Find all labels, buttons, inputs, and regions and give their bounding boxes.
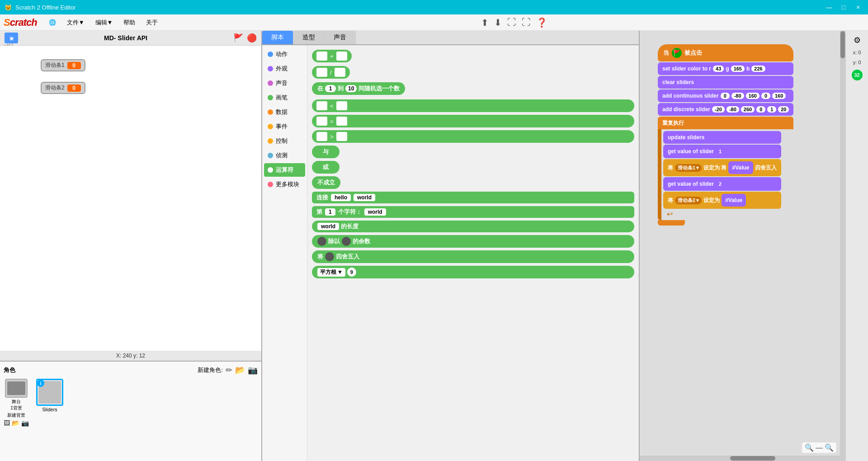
- maximize-button[interactable]: □: [838, 2, 849, 13]
- sqrt-input[interactable]: 9: [347, 268, 356, 277]
- b-value[interactable]: 226: [751, 66, 765, 72]
- tab-costume[interactable]: 造型: [293, 31, 325, 44]
- update-sliders-block[interactable]: update sliders: [663, 131, 781, 144]
- fullscreen-tool[interactable]: ⛶: [507, 17, 516, 28]
- sprite-info-button[interactable]: i: [37, 380, 44, 387]
- div-input1[interactable]: [316, 68, 327, 77]
- script-scrollbar[interactable]: [840, 31, 845, 461]
- length-block[interactable]: world 的长度: [312, 221, 634, 232]
- category-looks[interactable]: 外观: [264, 62, 305, 75]
- sqrt-block[interactable]: 平方根 ▼ 9: [312, 266, 634, 278]
- category-pen[interactable]: 画笔: [264, 91, 305, 104]
- category-sensing[interactable]: 侦测: [264, 149, 305, 162]
- disc-val6[interactable]: 20: [778, 106, 789, 113]
- set-var2-block[interactable]: 将 滑动条2 ▾ 设定为 #Value: [663, 192, 781, 209]
- less-input2[interactable]: [336, 101, 347, 110]
- stage-item[interactable]: 舞台1背景 新建背景 🖼 📂 📷: [4, 379, 29, 427]
- random-input1[interactable]: 1: [325, 85, 336, 92]
- add-input2[interactable]: [336, 52, 347, 61]
- disc-val5[interactable]: 1: [767, 106, 776, 113]
- get1-num[interactable]: 1: [716, 147, 725, 156]
- letter-block[interactable]: 第 1 个字符： world: [312, 206, 634, 218]
- category-events[interactable]: 事件: [264, 120, 305, 133]
- equals-input1[interactable]: [316, 117, 327, 126]
- slider-1-widget[interactable]: 滑动条1 0: [41, 59, 85, 71]
- draw-bg-tool[interactable]: 🖼: [4, 419, 10, 427]
- camera-bg-tool[interactable]: 📷: [21, 419, 29, 427]
- round-block[interactable]: 将 四舍五入: [312, 250, 634, 263]
- draw-sprite-tool[interactable]: ✏: [226, 365, 232, 375]
- cont-val3[interactable]: 160: [746, 93, 760, 99]
- import-bg-tool[interactable]: 📂: [12, 419, 19, 427]
- help-menu[interactable]: 帮助: [119, 17, 140, 28]
- and-block[interactable]: 与: [312, 146, 340, 158]
- or-block[interactable]: 或: [312, 161, 340, 174]
- about-menu[interactable]: 关于: [142, 17, 162, 28]
- letter-val[interactable]: world: [364, 208, 386, 216]
- random-block[interactable]: 在 1 到 10 间随机选一个数: [312, 82, 405, 95]
- green-flag-button[interactable]: 🚩: [233, 33, 243, 43]
- file-menu[interactable]: 文件▼: [62, 17, 89, 28]
- category-operators[interactable]: 运算符: [264, 163, 305, 177]
- greater-block[interactable]: >: [312, 130, 634, 143]
- value1-block[interactable]: #Value: [728, 161, 753, 174]
- edit-menu[interactable]: 编辑▼: [91, 17, 118, 28]
- letter-index[interactable]: 1: [325, 208, 335, 216]
- r-value[interactable]: 43: [713, 66, 724, 72]
- join-input1[interactable]: hello: [331, 194, 351, 201]
- add-discrete-block[interactable]: add discrete slider -20 -80 260 0 1 20: [658, 103, 793, 116]
- scroll-thumb[interactable]: [840, 31, 845, 58]
- mod-block[interactable]: 除以 的余数: [312, 235, 634, 248]
- join-block[interactable]: 连接 hello world: [312, 192, 634, 203]
- cont-val5[interactable]: 160: [772, 93, 786, 99]
- category-more[interactable]: 更多模块: [264, 178, 305, 191]
- get2-num[interactable]: 2: [716, 179, 725, 188]
- clear-sliders-block[interactable]: clear sliders: [658, 76, 793, 89]
- add-continuous-block[interactable]: add continuous slider 0 -80 160 0 160: [658, 89, 793, 102]
- settings-icon[interactable]: ⚙: [854, 35, 861, 45]
- category-sound[interactable]: 声音: [264, 76, 305, 90]
- equals-block[interactable]: =: [312, 115, 634, 127]
- var1-dropdown[interactable]: 滑动条1 ▾: [675, 164, 702, 172]
- disc-val3[interactable]: 260: [741, 106, 755, 113]
- zoom-in-button[interactable]: 🔍: [825, 443, 834, 452]
- cont-val1[interactable]: 0: [721, 93, 730, 99]
- category-data[interactable]: 数据: [264, 105, 305, 119]
- disc-val1[interactable]: -20: [712, 106, 725, 113]
- globe-menu[interactable]: 🌐: [44, 17, 61, 28]
- var2-dropdown[interactable]: 滑动条2 ▾: [675, 197, 702, 204]
- round-input[interactable]: [325, 252, 334, 261]
- cont-val4[interactable]: 0: [761, 93, 770, 99]
- mod-input1[interactable]: [317, 237, 326, 246]
- upload-tool[interactable]: ⬆: [481, 17, 489, 28]
- less-block[interactable]: <: [312, 99, 634, 112]
- length-input[interactable]: world: [317, 223, 339, 230]
- fullscreen2-tool[interactable]: ⛶: [522, 17, 531, 28]
- join-input2[interactable]: world: [354, 194, 375, 201]
- disc-val2[interactable]: -80: [726, 106, 739, 113]
- not-block[interactable]: 不成立: [312, 176, 340, 189]
- sqrt-dropdown[interactable]: 平方根 ▼: [317, 268, 345, 277]
- zoom-out-button[interactable]: 🔍: [805, 443, 814, 452]
- add-block[interactable]: +: [312, 50, 352, 62]
- close-button[interactable]: ×: [853, 2, 863, 13]
- div-input2[interactable]: [335, 68, 345, 77]
- hscroll-thumb[interactable]: [730, 456, 775, 461]
- stop-button[interactable]: 🔴: [247, 33, 257, 43]
- category-motion[interactable]: 动作: [264, 47, 305, 61]
- script-hscroll[interactable]: [640, 456, 840, 461]
- category-control[interactable]: 控制: [264, 134, 305, 148]
- div-block[interactable]: /: [312, 66, 350, 79]
- get-slider1-block[interactable]: get value of slider 1: [663, 145, 781, 158]
- set-color-block[interactable]: set slider color to r 43 g 165 b 226: [658, 62, 793, 75]
- equals-input2[interactable]: [336, 117, 347, 126]
- g-value[interactable]: 165: [731, 66, 745, 72]
- less-input1[interactable]: [316, 101, 327, 110]
- disc-val4[interactable]: 0: [756, 106, 765, 113]
- download-tool[interactable]: ⬇: [494, 17, 502, 28]
- hat-block[interactable]: 当 🚩 被点击: [658, 44, 793, 61]
- mod-input2[interactable]: [342, 237, 351, 246]
- repeat-block[interactable]: 重复执行: [658, 117, 793, 129]
- help-tool[interactable]: ❓: [536, 17, 547, 28]
- minimize-button[interactable]: —: [824, 2, 835, 13]
